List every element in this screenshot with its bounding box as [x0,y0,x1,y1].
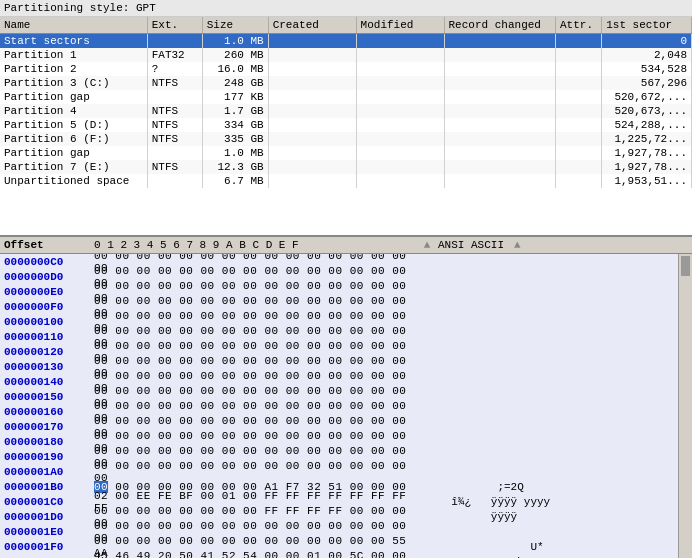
table-row[interactable]: Partition 1 FAT32 260 MB 2,048 [0,48,692,62]
hex-bytes-label: 0 1 2 3 4 5 6 7 8 9 A B C D E F [90,239,420,251]
cell-size: 1.7 GB [202,104,268,118]
hex-offset-value: 000000150 [0,391,90,403]
hex-ascii-value [434,361,678,373]
col-header-attr: Attr. [556,17,602,34]
table-row[interactable]: Partition 7 (E:) NTFS 12.3 GB 1,927,78..… [0,160,692,174]
table-row[interactable]: Partition 5 (D:) NTFS 334 GB 524,288,... [0,118,692,132]
cell-size: 1.0 MB [202,146,268,160]
cell-size: 6.7 MB [202,174,268,188]
hex-offset-value: 0000000C0 [0,256,90,268]
hex-offset-value: 000000120 [0,346,90,358]
table-row[interactable]: Partition gap 1.0 MB 1,927,78... [0,146,692,160]
cell-attr [556,160,602,174]
top-label: Partitioning style: GPT [0,0,692,17]
cell-created [268,104,356,118]
cell-ext: NTFS [147,118,202,132]
hex-ascii-value [434,286,678,298]
hex-editor-section: Offset 0 1 2 3 4 5 6 7 8 9 A B C D E F ▲… [0,237,692,558]
hex-ascii-value [434,271,678,283]
cell-created [268,48,356,62]
cell-size: 16.0 MB [202,62,268,76]
cell-record [444,90,556,104]
table-row[interactable]: Partition gap 177 KB 520,672,... [0,90,692,104]
cell-modified [356,174,444,188]
hex-row[interactable]: 0000001A0 00 00 00 00 00 00 00 00 00 00 … [0,464,678,479]
hex-rows-container: 0000000C0 00 00 00 00 00 00 00 00 00 00 … [0,254,678,558]
table-row[interactable]: Partition 3 (C:) NTFS 248 GB 567,296 [0,76,692,90]
cell-attr [556,174,602,188]
cell-ext [147,90,202,104]
cell-name: Partition 1 [0,48,147,62]
hex-ascii-value: ;=2Q [434,481,678,493]
cell-name: Partition 2 [0,62,147,76]
cell-attr [556,62,602,76]
hex-body: 0000000C0 00 00 00 00 00 00 00 00 00 00 … [0,254,692,558]
cell-name: Partition gap [0,90,147,104]
hex-bytes-value: 45 46 49 20 50 41 52 54 00 00 01 00 5C 0… [90,550,420,559]
cell-attr [556,90,602,104]
hex-divider-header: ▲ [420,239,434,251]
scrollbar-thumb[interactable] [681,256,690,276]
cell-modified [356,90,444,104]
cell-sector: 520,673,... [602,104,692,118]
cell-sector: 2,048 [602,48,692,62]
cell-size: 177 KB [202,90,268,104]
cell-ext: NTFS [147,160,202,174]
hex-offset-value: 0000001C0 [0,496,90,508]
hex-offset-value: 000000140 [0,376,90,388]
table-header-row: Name Ext. Size Created Modified Record c… [0,17,692,34]
hex-offset-value: 0000001D0 [0,511,90,523]
hex-offset-value: 0000001F0 [0,541,90,553]
hex-offset-value: 000000170 [0,421,90,433]
cell-modified [356,104,444,118]
cell-created [268,132,356,146]
cell-modified [356,76,444,90]
hex-header: Offset 0 1 2 3 4 5 6 7 8 9 A B C D E F ▲… [0,237,692,254]
hex-offset-value: 000000110 [0,331,90,343]
cell-record [444,104,556,118]
cell-modified [356,62,444,76]
cell-modified [356,146,444,160]
hex-ascii-value [434,391,678,403]
cell-created [268,34,356,49]
hex-offset-value: 0000001B0 [0,481,90,493]
col-header-ext: Ext. [147,17,202,34]
cell-name: Start sectors [0,34,147,49]
table-row[interactable]: Start sectors 1.0 MB 0 [0,34,692,49]
cell-name: Unpartitioned space [0,174,147,188]
table-row[interactable]: Partition 4 NTFS 1.7 GB 520,673,... [0,104,692,118]
cell-modified [356,48,444,62]
cell-created [268,62,356,76]
partition-section: Name Ext. Size Created Modified Record c… [0,17,692,237]
cell-created [268,76,356,90]
table-row[interactable]: Unpartitioned space 6.7 MB 1,953,51... [0,174,692,188]
hex-offset-value: 0000001A0 [0,466,90,478]
cell-name: Partition gap [0,146,147,160]
hex-ascii-value: U* [434,541,678,553]
cell-size: 248 GB [202,76,268,90]
cell-modified [356,34,444,49]
hex-offset-value: 000000190 [0,451,90,463]
cell-attr [556,118,602,132]
hex-scrollbar[interactable] [678,254,692,558]
hex-offset-value: 000000180 [0,436,90,448]
hex-ascii-value [434,466,678,478]
hex-offset-value: 0000001E0 [0,526,90,538]
table-row[interactable]: Partition 6 (F:) NTFS 335 GB 1,225,72... [0,132,692,146]
hex-offset-label: Offset [0,239,90,251]
hex-ascii-value [434,256,678,268]
hex-ascii-value [434,301,678,313]
cell-sector: 1,953,51... [602,174,692,188]
hex-row[interactable]: 000000200 45 46 49 20 50 41 52 54 00 00 … [0,554,678,558]
table-row[interactable]: Partition 2 ? 16.0 MB 534,528 [0,62,692,76]
cell-ext: NTFS [147,132,202,146]
hex-ascii-label: ANSI ASCII ▲ [434,239,692,251]
cell-sector: 567,296 [602,76,692,90]
cell-sector: 524,288,... [602,118,692,132]
cell-ext: NTFS [147,104,202,118]
cell-attr [556,104,602,118]
cell-modified [356,118,444,132]
cell-record [444,34,556,49]
cell-name: Partition 5 (D:) [0,118,147,132]
cell-size: 1.0 MB [202,34,268,49]
